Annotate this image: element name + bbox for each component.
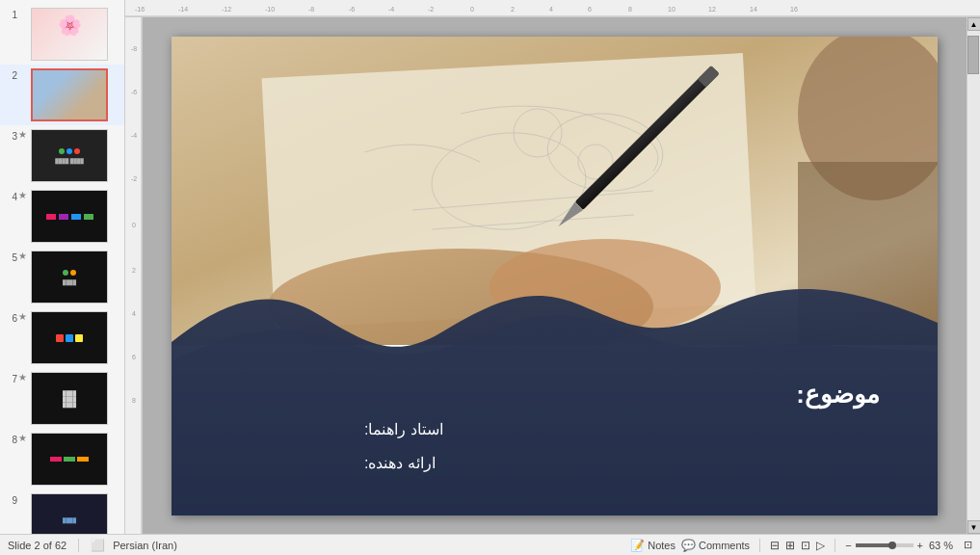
slide-4-content [32,191,107,242]
svg-text:4: 4 [549,6,553,13]
slide-thumb-4 [31,190,108,243]
zoom-slider[interactable] [856,543,914,547]
svg-text:-2: -2 [130,175,136,182]
slide-item-5[interactable]: 5 ★ ████ [0,247,124,307]
svg-text:-10: -10 [265,6,275,13]
slide-item-8[interactable]: 8 ★ [0,429,124,489]
svg-text:8: 8 [132,397,136,404]
slide-8-content [32,434,107,485]
comments-button[interactable]: 💬 Comments [681,539,750,552]
slide-number-5: 5 [6,252,17,263]
slide-instructor-label: استاد راهنما: [364,420,443,438]
svg-text:-12: -12 [222,6,231,13]
comments-label: Comments [699,540,750,551]
slide-star-6: ★ [17,311,27,322]
slide-7-content: ████████████ [32,373,107,424]
slideshow-button[interactable]: ▷ [816,539,825,552]
svg-text:-6: -6 [130,89,136,95]
slide-item-9[interactable]: 9 ████ [0,489,124,534]
reading-view-button[interactable]: ⊡ [801,539,810,552]
slide-star-7: ★ [17,372,27,383]
slide-number-3: 3 [6,131,17,142]
svg-text:-8: -8 [308,6,314,13]
svg-text:0: 0 [132,222,136,228]
ruler-h-svg: -16 -14 -12 -10 -8 -6 -4 -2 0 2 4 6 8 10… [125,0,980,17]
slide-info: Slide 2 of 62 [8,540,66,551]
svg-text:12: 12 [708,6,716,13]
slide-5-content: ████ [32,251,107,303]
slide-star-5: ★ [17,251,27,261]
zoom-out-button[interactable]: − [845,540,851,551]
editor-area: -16 -14 -12 -10 -8 -6 -4 -2 0 2 4 6 8 10… [125,0,980,534]
slide-item-4[interactable]: 4 ★ [0,186,124,247]
slide-star-4: ★ [17,190,27,200]
svg-text:-2: -2 [428,6,434,13]
scroll-down-button[interactable]: ▼ [967,520,981,534]
svg-text:6: 6 [132,354,136,360]
slide-sorter-button[interactable]: ⊞ [785,539,795,552]
slide-item-2[interactable]: 2 [0,65,124,125]
horizontal-ruler: -16 -14 -12 -10 -8 -6 -4 -2 0 2 4 6 8 10… [125,0,980,17]
slide-1-flower-icon: 🌸 [58,13,82,37]
svg-text:2: 2 [511,6,515,13]
status-divider-1 [78,539,79,552]
status-divider-2 [759,539,760,552]
status-bar: Slide 2 of 62 ⬜ Persian (Iran) 📝 Notes 💬… [0,534,980,555]
svg-text:16: 16 [790,6,798,13]
status-right: 📝 Notes 💬 Comments ⊟ ⊞ ⊡ ▷ − + 63 % ⊡ [630,539,972,552]
comments-icon: 💬 [681,539,696,552]
svg-text:-6: -6 [349,6,355,13]
slide-number-9: 9 [6,495,17,506]
svg-text:0: 0 [470,6,474,13]
notes-button[interactable]: 📝 Notes [630,539,675,552]
zoom-slider-fill [856,543,890,547]
slide-editor-row: -8 -6 -4 -2 0 2 4 6 8 [125,17,980,534]
svg-text:-8: -8 [130,45,136,52]
zoom-in-button[interactable]: + [917,540,923,551]
svg-text:-14: -14 [178,6,188,13]
app-container: 1 🌸 2 3 ★ [0,0,980,534]
svg-text:-4: -4 [388,6,394,13]
slide-number-1: 1 [6,10,17,20]
right-scrollbar[interactable]: ▲ ▼ [967,17,980,534]
slide-topic-label: موضوع: [796,380,880,410]
slide-6-content [32,312,107,363]
notes-icon: 📝 [630,539,645,552]
zoom-percent[interactable]: 63 % [929,540,958,551]
fit-button[interactable]: ⊡ [964,539,972,551]
slide-item-1[interactable]: 1 🌸 [0,4,124,65]
slide-panel[interactable]: 1 🌸 2 3 ★ [0,0,125,534]
vertical-ruler: -8 -6 -4 -2 0 2 4 6 8 [125,17,143,534]
scroll-track[interactable] [967,31,980,520]
slide-item-7[interactable]: 7 ★ ████████████ [0,368,124,429]
slide-number-4: 4 [6,192,17,202]
zoom-slider-thumb [888,542,896,549]
slide-thumb-1: 🌸 [31,8,108,61]
svg-text:8: 8 [628,6,632,13]
slide-canvas-wrap[interactable]: موضوع: استاد راهنما: ارائه دهنده: [143,17,967,534]
zoom-bar: − + [845,540,923,551]
language-label: Persian (Iran) [113,540,177,551]
svg-text:-4: -4 [130,132,136,139]
slide-star-8: ★ [17,433,27,443]
slide-thumb-8 [31,433,108,486]
svg-text:2: 2 [132,267,136,274]
slide-number-6: 6 [6,313,17,324]
slide-presenter-label: ارائه دهنده: [364,454,436,472]
slide-item-3[interactable]: 3 ★ ████ ████ [0,125,124,186]
slide-icon: ⬜ [91,539,105,552]
svg-text:10: 10 [668,6,675,13]
slide-item-6[interactable]: 6 ★ [0,307,124,368]
slide-3-content: ████ ████ [32,130,107,181]
scroll-up-button[interactable]: ▲ [967,17,981,31]
slide-thumb-7: ████████████ [31,372,108,425]
slide-2-photo [33,70,106,119]
scroll-thumb[interactable] [967,36,979,74]
svg-text:4: 4 [132,310,136,317]
normal-view-button[interactable]: ⊟ [770,539,780,552]
slide-9-content: ████ [32,494,107,534]
slide-number-8: 8 [6,435,17,445]
slide-number-7: 7 [6,374,17,384]
slide-thumb-6 [31,311,108,364]
status-divider-3 [834,539,835,552]
